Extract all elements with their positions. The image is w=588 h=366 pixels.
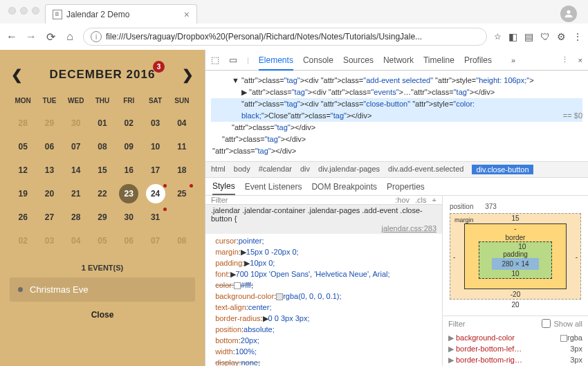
- calendar-day[interactable]: 10: [142, 135, 168, 158]
- calendar-day[interactable]: 01: [89, 111, 116, 135]
- calendar-day[interactable]: 29: [89, 205, 116, 229]
- calendar-day[interactable]: 06: [36, 135, 62, 158]
- close-button[interactable]: Close: [10, 302, 195, 322]
- crumb[interactable]: #calendar: [259, 165, 292, 174]
- calendar-day[interactable]: 27: [36, 205, 62, 229]
- back-button[interactable]: ←: [6, 30, 18, 43]
- show-all-checkbox[interactable]: [542, 319, 551, 328]
- event-item[interactable]: Christmas Eve: [10, 277, 195, 302]
- calendar-day[interactable]: 03: [36, 229, 62, 253]
- calendar-day[interactable]: 13: [36, 158, 62, 182]
- hov-toggle[interactable]: :hov: [395, 196, 410, 204]
- source-link[interactable]: jalendar.css:283: [382, 224, 437, 232]
- calendar-day[interactable]: 21: [63, 182, 89, 205]
- cls-toggle[interactable]: .cls: [415, 196, 427, 204]
- calendar-day[interactable]: 20: [36, 182, 62, 205]
- calendar-day[interactable]: 09: [116, 135, 142, 158]
- devtools-tab[interactable]: Profiles: [464, 55, 492, 65]
- reload-button[interactable]: ⟳: [44, 30, 57, 44]
- profile-avatar[interactable]: [560, 6, 577, 22]
- minimize-window-icon[interactable]: [20, 7, 28, 15]
- calendar-day[interactable]: 23: [116, 182, 142, 205]
- styles-subtab[interactable]: Properties: [387, 182, 425, 192]
- menu-icon[interactable]: ⋮: [573, 31, 582, 42]
- calendar-day[interactable]: 03: [142, 111, 168, 135]
- calendar-day[interactable]: 30: [63, 111, 89, 135]
- calendar-day[interactable]: 29: [36, 111, 62, 135]
- calendar-day[interactable]: 24: [142, 182, 168, 205]
- url-field[interactable]: i file:///Users/raguay/Dropbox%20(Person…: [83, 28, 487, 46]
- calendar-day[interactable]: 04: [169, 111, 195, 135]
- calendar-day[interactable]: 08: [169, 229, 195, 253]
- devtools-tab[interactable]: Sources: [343, 55, 374, 65]
- css-selector[interactable]: .jalendar .jalendar-container .jalendar-…: [211, 206, 437, 223]
- devtools-tab[interactable]: Elements: [259, 55, 293, 71]
- styles-subtab[interactable]: Event Listeners: [245, 182, 302, 192]
- crumb[interactable]: div.add-event.selected: [388, 165, 463, 174]
- calendar-day[interactable]: 17: [142, 158, 168, 182]
- calendar-day[interactable]: 30: [116, 205, 142, 229]
- calendar-day[interactable]: 25: [169, 182, 195, 205]
- browser-tab[interactable]: 🗎 Jalendar 2 Demo ×: [45, 4, 197, 24]
- calendar-day[interactable]: 15: [89, 158, 116, 182]
- ext-icon-1[interactable]: ◧: [508, 31, 517, 42]
- calendar-day[interactable]: 14: [63, 158, 89, 182]
- computed-list[interactable]: ▶background-colorrgba▶border-bottom-lef……: [443, 331, 588, 366]
- calendar-day[interactable]: 12: [10, 158, 36, 182]
- devtools-menu-icon[interactable]: ⋮: [561, 55, 569, 64]
- add-rule-icon[interactable]: +: [432, 196, 437, 204]
- crumb[interactable]: body: [234, 165, 250, 174]
- devtools-close-icon[interactable]: ×: [578, 56, 582, 64]
- window-controls[interactable]: [6, 0, 45, 15]
- elements-tree[interactable]: ▼ "attr">class="tag"><div "attr">class="…: [205, 71, 588, 161]
- calendar-day[interactable]: 19: [10, 182, 36, 205]
- calendar-day[interactable]: 02: [116, 111, 142, 135]
- close-tab-icon[interactable]: ×: [184, 9, 190, 20]
- calendar-day[interactable]: 02: [10, 229, 36, 253]
- filter-label[interactable]: Filter: [211, 196, 228, 204]
- calendar-day[interactable]: 18: [169, 158, 195, 182]
- calendar-day[interactable]: 11: [169, 135, 195, 158]
- ext-icon-3[interactable]: 🛡: [540, 31, 550, 42]
- close-window-icon[interactable]: [8, 7, 16, 15]
- device-icon[interactable]: ▭: [229, 55, 237, 65]
- crumb[interactable]: div.jalendar-pages: [318, 165, 380, 174]
- breadcrumb[interactable]: htmlbody#calendardivdiv.jalendar-pagesdi…: [205, 161, 588, 178]
- ext-icon-4[interactable]: ⚙: [557, 31, 566, 42]
- css-rules[interactable]: cursor:pointer; margin:▶15px 0 -20px 0; …: [205, 234, 442, 366]
- next-month-button[interactable]: ❯: [181, 66, 195, 83]
- styles-subtab[interactable]: DOM Breakpoints: [311, 182, 377, 192]
- calendar-day[interactable]: 26: [10, 205, 36, 229]
- devtools-tab[interactable]: Timeline: [423, 55, 454, 65]
- calendar-day[interactable]: 04: [63, 229, 89, 253]
- forward-button[interactable]: →: [25, 30, 37, 43]
- crumb[interactable]: html: [211, 165, 226, 174]
- calendar-day[interactable]: 07: [142, 229, 168, 253]
- calendar-day[interactable]: 05: [10, 135, 36, 158]
- calendar-day[interactable]: 31: [142, 205, 168, 229]
- calendar-day[interactable]: 06: [116, 229, 142, 253]
- devtools-tab[interactable]: Network: [383, 55, 414, 65]
- crumb[interactable]: div.close-button: [472, 165, 533, 174]
- star-icon[interactable]: ☆: [494, 32, 502, 42]
- zoom-window-icon[interactable]: [32, 7, 39, 15]
- info-icon[interactable]: i: [91, 31, 102, 42]
- styles-subtab[interactable]: Styles: [212, 181, 235, 195]
- crumb[interactable]: div: [300, 165, 310, 174]
- calendar-day[interactable]: 16: [116, 158, 142, 182]
- ext-icon-2[interactable]: ▤: [524, 31, 533, 42]
- computed-filter-label[interactable]: Filter: [448, 320, 465, 328]
- devtools-tab[interactable]: Console: [303, 55, 333, 65]
- calendar-day[interactable]: 28: [63, 205, 89, 229]
- calendar-day[interactable]: 08: [89, 135, 116, 158]
- calendar-day[interactable]: 28: [10, 111, 36, 135]
- calendar-day[interactable]: 05: [89, 229, 116, 253]
- home-button[interactable]: ⌂: [64, 30, 76, 43]
- inspect-icon[interactable]: ⬚: [211, 55, 219, 65]
- more-panels-icon[interactable]: »: [511, 56, 515, 64]
- calendar-day[interactable]: 22: [89, 182, 116, 205]
- prev-month-button[interactable]: ❮: [10, 66, 24, 83]
- box-model[interactable]: position 373 margin 15 - - border - padd…: [443, 196, 588, 315]
- calendar-day[interactable]: [169, 205, 195, 229]
- calendar-day[interactable]: 07: [63, 135, 89, 158]
